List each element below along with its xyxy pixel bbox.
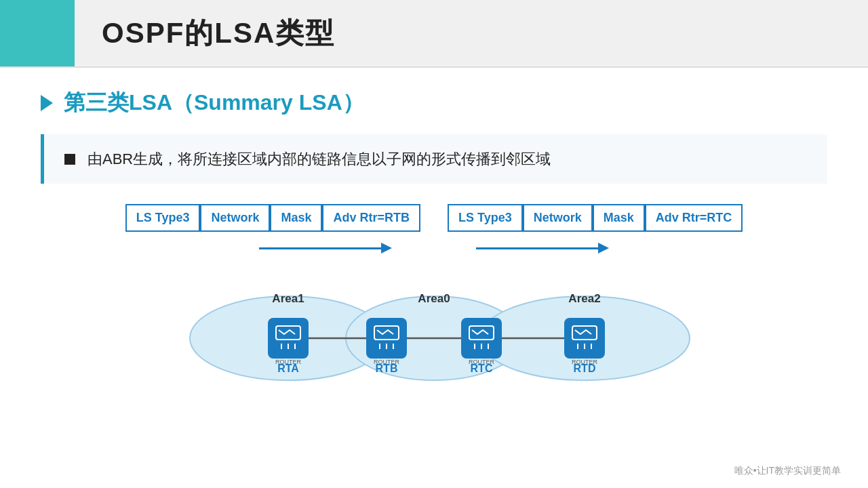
content-area: 第三类LSA（Summary LSA） 由ABR生成，将所连接区域内部的链路信息… [0, 68, 868, 399]
flow-arrow-2 [476, 243, 609, 253]
footer-text: 唯众•让IT教学实训更简单 [734, 465, 841, 476]
arrows-row [217, 243, 651, 253]
rtd-label: RTD [574, 363, 596, 374]
network-svg: Area1 Area0 Area2 [170, 267, 698, 386]
arrow-container-2 [434, 243, 651, 253]
lsa-diagram: LS Type3 Network Mask Adv Rtr=RTB LS Typ… [41, 204, 827, 386]
lsa-field-type3-2: LS Type3 [448, 204, 523, 232]
lsa-group-1: LS Type3 Network Mask Adv Rtr=RTB [125, 204, 420, 232]
lsa-field-type3-1: LS Type3 [125, 204, 201, 232]
header-accent [0, 0, 75, 66]
network-diagram: Area1 Area0 Area2 [41, 267, 827, 386]
router-rta: ROUTER [268, 318, 309, 365]
section-arrow-icon [41, 95, 53, 111]
bullet-icon [64, 154, 75, 165]
section-title: 第三类LSA（Summary LSA） [64, 88, 364, 118]
router-rtc: ROUTER [461, 318, 502, 365]
info-text: 由ABR生成，将所连接区域内部的链路信息以子网的形式传播到邻区域 [87, 148, 551, 170]
arrow-line-2 [476, 247, 598, 249]
lsa-fields-row: LS Type3 Network Mask Adv Rtr=RTB LS Typ… [125, 204, 743, 232]
header: OSPF的LSA类型 [0, 0, 868, 68]
lsa-field-advrtr-2: Adv Rtr=RTC [645, 204, 743, 232]
section-heading: 第三类LSA（Summary LSA） [41, 88, 827, 118]
area0-label: Area0 [418, 292, 450, 305]
router-rtb: ROUTER [366, 318, 407, 365]
lsa-field-network-1: Network [200, 204, 270, 232]
rta-label: RTA [277, 363, 299, 374]
lsa-field-mask-1: Mask [270, 204, 322, 232]
page-title: OSPF的LSA类型 [102, 14, 335, 52]
lsa-field-mask-2: Mask [593, 204, 645, 232]
lsa-field-advrtr-1: Adv Rtr=RTB [322, 204, 420, 232]
arrow-head-1 [381, 243, 392, 253]
router-rtd: ROUTER [564, 318, 605, 365]
footer: 唯众•让IT教学实训更简单 [734, 465, 841, 477]
flow-arrow-1 [259, 243, 392, 253]
svg-rect-12 [366, 318, 407, 359]
area2-label: Area2 [568, 292, 600, 305]
rtc-label: RTC [471, 363, 493, 374]
arrow-line-1 [259, 247, 381, 249]
svg-rect-18 [461, 318, 502, 359]
info-box: 由ABR生成，将所连接区域内部的链路信息以子网的形式传播到邻区域 [41, 134, 827, 184]
arrow-container-1 [217, 243, 434, 253]
header-title-area: OSPF的LSA类型 [75, 0, 868, 66]
svg-rect-24 [564, 318, 605, 359]
lsa-group-2: LS Type3 Network Mask Adv Rtr=RTC [448, 204, 743, 232]
rtb-label: RTB [376, 363, 398, 374]
arrow-head-2 [598, 243, 609, 253]
svg-rect-6 [268, 318, 309, 359]
area1-label: Area1 [272, 292, 304, 305]
lsa-field-network-2: Network [523, 204, 593, 232]
